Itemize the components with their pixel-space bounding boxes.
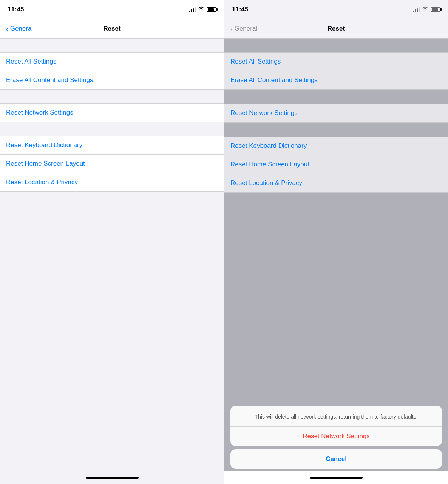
nav-bar-left: ‹ General Reset <box>0 19 224 39</box>
main-content-left <box>0 192 224 471</box>
reset-location-privacy-left[interactable]: Reset Location & Privacy <box>0 173 224 191</box>
erase-all-content-right[interactable]: Erase All Content and Settings <box>224 71 448 90</box>
home-indicator-left <box>0 471 224 484</box>
status-icons-left <box>189 6 216 12</box>
spacer-3-left <box>0 122 224 136</box>
reset-network-settings-left[interactable]: Reset Network Settings <box>0 104 224 122</box>
reset-home-screen-layout-right[interactable]: Reset Home Screen Layout <box>224 155 448 174</box>
battery-icon-left <box>207 7 216 12</box>
left-panel: 11:45 ‹ General <box>0 0 224 484</box>
spacer-3-right <box>224 123 448 137</box>
status-time-right: 11:45 <box>232 6 248 13</box>
back-label-left: General <box>10 25 33 33</box>
settings-group-2-left: Reset Network Settings <box>0 103 224 122</box>
cancel-button[interactable]: Cancel <box>230 449 442 469</box>
home-bar-right <box>310 477 363 479</box>
chevron-left-icon: ‹ <box>6 25 9 33</box>
back-button-right[interactable]: ‹ General <box>230 25 257 33</box>
settings-group-2-right: Reset Network Settings <box>224 104 448 123</box>
nav-bar-right: ‹ General Reset <box>224 19 448 39</box>
status-bar-left: 11:45 <box>0 0 224 19</box>
spacer-2-right <box>224 90 448 104</box>
right-panel: 11:45 ‹ General <box>224 0 448 484</box>
settings-group-3-left: Reset Keyboard Dictionary Reset Home Scr… <box>0 136 224 192</box>
status-time-left: 11:45 <box>8 6 24 13</box>
wifi-icon-left <box>198 6 204 12</box>
settings-group-1-right: Reset All Settings Erase All Content and… <box>224 52 448 90</box>
reset-network-settings-right[interactable]: Reset Network Settings <box>224 104 448 123</box>
reset-keyboard-dictionary-right[interactable]: Reset Keyboard Dictionary <box>224 137 448 155</box>
alert-cancel-box: Cancel <box>230 449 442 469</box>
chevron-left-icon-right: ‹ <box>230 25 233 33</box>
back-button-left[interactable]: ‹ General <box>6 25 33 33</box>
alert-message: This will delete all network settings, r… <box>230 406 442 427</box>
wifi-icon-right <box>422 6 428 12</box>
home-indicator-right <box>224 471 448 484</box>
reset-location-privacy-right[interactable]: Reset Location & Privacy <box>224 174 448 192</box>
back-label-right: General <box>235 25 257 33</box>
reset-home-screen-layout-left[interactable]: Reset Home Screen Layout <box>0 155 224 173</box>
settings-group-1-left: Reset All Settings Erase All Content and… <box>0 52 224 90</box>
signal-icon-right <box>413 7 420 12</box>
signal-icon-left <box>189 7 196 12</box>
alert-box: This will delete all network settings, r… <box>230 406 442 446</box>
reset-all-settings-left[interactable]: Reset All Settings <box>0 53 224 71</box>
settings-group-3-right: Reset Keyboard Dictionary Reset Home Scr… <box>224 137 448 193</box>
spacer-1-left <box>0 39 224 52</box>
home-bar-left <box>86 477 139 479</box>
page-title-right: Reset <box>328 25 345 33</box>
reset-network-settings-action-button[interactable]: Reset Network Settings <box>230 427 442 446</box>
erase-all-content-left[interactable]: Erase All Content and Settings <box>0 71 224 89</box>
status-bar-right: 11:45 <box>224 0 448 19</box>
status-icons-right <box>413 6 440 12</box>
battery-icon-right <box>431 7 440 12</box>
reset-all-settings-right[interactable]: Reset All Settings <box>224 53 448 71</box>
spacer-2-left <box>0 90 224 103</box>
reset-keyboard-dictionary-left[interactable]: Reset Keyboard Dictionary <box>0 136 224 155</box>
spacer-1-right <box>224 39 448 52</box>
page-title-left: Reset <box>103 25 120 33</box>
